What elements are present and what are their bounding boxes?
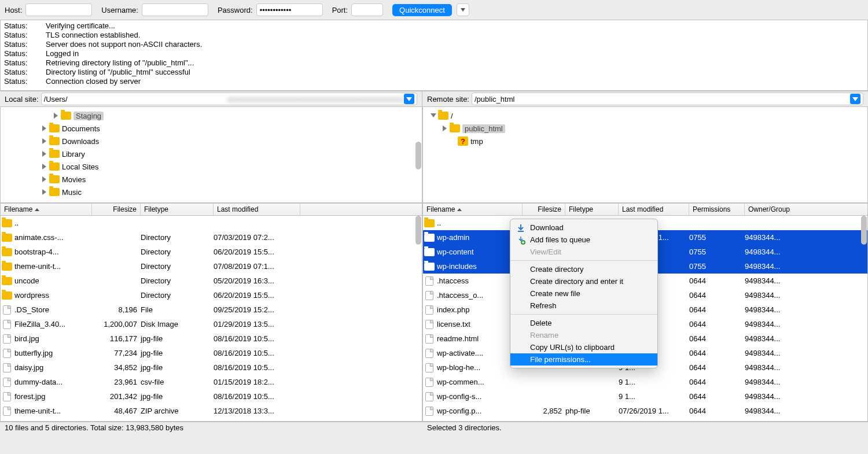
local-file-list[interactable]: ..animate.css-...Directory07/03/2019 07:… <box>0 216 422 422</box>
context-menu[interactable]: DownloadAdd files to queueView/EditCreat… <box>510 219 658 368</box>
tree-item[interactable]: Downloads <box>1 135 422 147</box>
file-modified: 07/26/2019 1... <box>619 407 689 415</box>
menu-item[interactable]: Create new file <box>510 287 657 300</box>
file-row[interactable]: .. <box>1 216 422 230</box>
header-filename[interactable]: Filename <box>423 204 523 215</box>
header-filetype[interactable]: Filetype <box>565 204 619 215</box>
password-input[interactable] <box>256 3 323 16</box>
file-row[interactable]: wordpressDirectory06/20/2019 15:5... <box>1 288 422 302</box>
file-row[interactable]: bootstrap-4...Directory06/20/2019 15:5..… <box>1 245 422 259</box>
folder-icon <box>450 124 460 132</box>
menu-item[interactable]: Copy URL(s) to clipboard <box>510 341 657 353</box>
folder-icon <box>424 263 435 271</box>
file-icon <box>425 378 433 387</box>
password-label: Password: <box>218 6 253 14</box>
file-row[interactable]: wp-config-s...9 1...06449498344... <box>423 389 867 404</box>
disclosure-icon[interactable] <box>430 112 437 119</box>
file-icon <box>3 349 11 358</box>
local-directory-tree[interactable]: StagingDocumentsDownloadsLibraryLocal Si… <box>0 107 422 203</box>
menu-item[interactable]: Download <box>510 222 657 234</box>
file-row[interactable]: theme-unit-t...48,467ZIP archive12/13/20… <box>1 404 422 418</box>
header-permissions[interactable]: Permissions <box>689 204 745 215</box>
file-row[interactable]: bird.jpg116,177jpg-file08/16/2019 10:5..… <box>1 331 422 346</box>
file-row[interactable]: FileZilla_3.40...1,200,007Disk Image01/2… <box>1 317 422 331</box>
menu-item[interactable]: Create directory <box>510 263 657 275</box>
chevron-down-icon <box>852 96 858 102</box>
menu-item[interactable]: Refresh <box>510 300 657 312</box>
file-modified: 07/26/2019 1... <box>619 421 689 422</box>
header-filesize[interactable]: Filesize <box>523 204 565 215</box>
menu-item[interactable]: File permissions... <box>510 353 657 366</box>
file-row[interactable]: wp-commen...9 1...06449498344... <box>423 375 867 389</box>
tree-item[interactable]: Staging <box>1 109 422 122</box>
file-row[interactable]: dummy-data...23,961csv-file01/15/2019 18… <box>1 375 422 389</box>
menu-item[interactable]: Create directory and enter it <box>510 275 657 287</box>
remote-site-combo[interactable] <box>472 93 863 105</box>
local-file-headers[interactable]: Filename Filesize Filetype Last modified <box>0 203 422 216</box>
menu-item[interactable]: Delete <box>510 317 657 329</box>
file-icon <box>425 392 433 401</box>
scrollbar[interactable] <box>415 142 421 169</box>
file-row[interactable]: butterfly.jpg77,234jpg-file08/16/2019 10… <box>1 346 422 360</box>
remote-file-list[interactable]: ..wp-adminDirectory07/26/2019 1...075594… <box>422 216 868 422</box>
file-row[interactable]: uncode.zip11,122,097ZIP archive05/20/201… <box>1 418 422 422</box>
file-icon <box>425 276 433 286</box>
file-row[interactable]: wp-config.p...2,852php-file07/26/2019 1.… <box>423 404 867 418</box>
header-filetype[interactable]: Filetype <box>141 204 214 215</box>
file-name: bootstrap-4... <box>13 248 92 256</box>
tree-label: / <box>451 112 453 120</box>
menu-item[interactable]: Add files to queue <box>510 234 657 246</box>
disclosure-icon[interactable] <box>41 189 48 195</box>
remote-file-headers[interactable]: Filename Filesize Filetype Last modified… <box>422 203 868 216</box>
host-input[interactable] <box>25 3 92 16</box>
tree-item[interactable]: / <box>423 109 867 122</box>
disclosure-icon[interactable] <box>53 112 60 119</box>
file-icon <box>425 421 433 422</box>
file-icon <box>425 334 433 344</box>
username-label: Username: <box>101 6 138 14</box>
disclosure-icon[interactable] <box>41 138 48 145</box>
file-row[interactable]: forest.jpg201,342jpg-file08/16/2019 10:5… <box>1 389 422 404</box>
file-name: theme-unit-t... <box>13 407 92 415</box>
log-entry: Status:Directory listing of "/public_htm… <box>4 68 864 77</box>
local-site-combo[interactable]: xxxxxxxxxxxxxxxxxxxxxxxxxxxxxxxxxxxxxxxx… <box>41 93 417 105</box>
tree-item[interactable]: public_html <box>423 122 867 135</box>
disclosure-icon[interactable] <box>450 138 457 145</box>
scrollbar[interactable] <box>415 216 421 245</box>
header-last-modified[interactable]: Last modified <box>619 204 689 215</box>
file-icon <box>3 305 11 315</box>
local-site-input[interactable] <box>44 94 227 104</box>
disclosure-icon[interactable] <box>41 163 48 170</box>
tree-item[interactable]: ?tmp <box>423 135 867 147</box>
port-input[interactable] <box>351 3 383 16</box>
header-filename[interactable]: Filename <box>1 204 92 215</box>
header-filesize[interactable]: Filesize <box>92 204 141 215</box>
tree-item[interactable]: Library <box>1 147 422 160</box>
file-row[interactable]: wp-cron.php3,847php-file07/26/2019 1...0… <box>423 418 867 422</box>
remote-site-dropdown[interactable] <box>850 94 860 104</box>
disclosure-icon[interactable] <box>41 125 48 132</box>
remote-directory-tree[interactable]: /public_html?tmp <box>422 107 868 203</box>
tree-item[interactable]: Movies <box>1 173 422 186</box>
tree-item[interactable]: Music <box>1 186 422 198</box>
file-row[interactable]: uncodeDirectory05/20/2019 16:3... <box>1 274 422 288</box>
disclosure-icon[interactable] <box>41 150 48 157</box>
tree-item[interactable]: Local Sites <box>1 160 422 173</box>
quickconnect-button[interactable]: Quickconnect <box>392 4 452 16</box>
message-log[interactable]: Status:Verifying certificate...Status:TL… <box>0 20 868 91</box>
username-input[interactable] <box>142 3 208 16</box>
file-row[interactable]: daisy.jpg34,852jpg-file08/16/2019 10:5..… <box>1 360 422 375</box>
header-owner-group[interactable]: Owner/Group <box>745 204 867 215</box>
file-row[interactable]: animate.css-...Directory07/03/2019 07:2.… <box>1 230 422 245</box>
remote-site-input[interactable] <box>475 94 850 104</box>
disclosure-icon[interactable] <box>442 125 448 132</box>
disclosure-icon[interactable] <box>41 176 48 183</box>
scrollbar[interactable] <box>861 216 867 245</box>
header-last-modified[interactable]: Last modified <box>214 204 300 215</box>
log-entry: Status:Verifying certificate... <box>4 21 864 31</box>
local-site-dropdown[interactable] <box>404 94 414 104</box>
file-row[interactable]: theme-unit-t...Directory07/08/2019 07:1.… <box>1 259 422 274</box>
quickconnect-history-button[interactable] <box>457 3 469 16</box>
file-row[interactable]: .DS_Store8,196File09/25/2019 15:2... <box>1 302 422 317</box>
tree-item[interactable]: Documents <box>1 122 422 135</box>
